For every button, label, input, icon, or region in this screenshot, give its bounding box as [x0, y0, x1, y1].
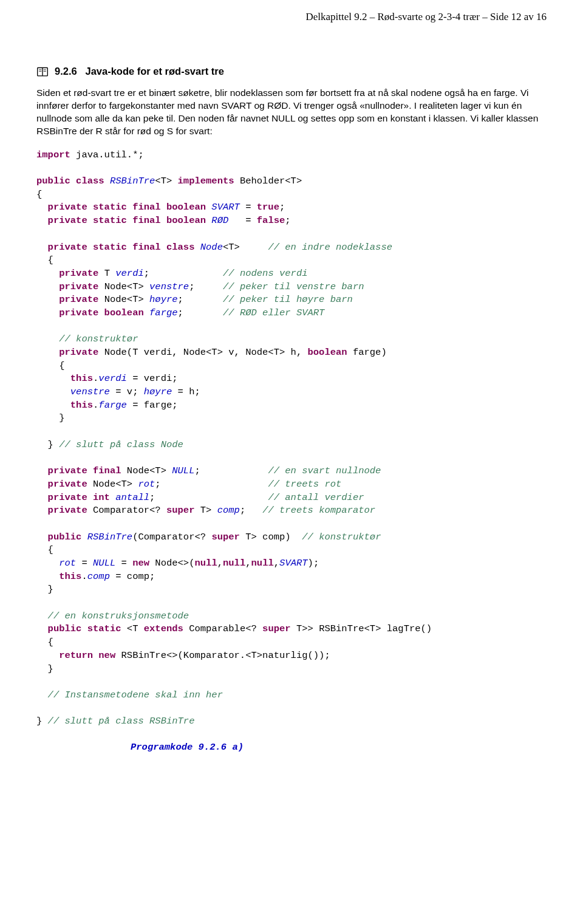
page-header: Delkapittel 9.2 – Rød-svarte og 2-3-4 tr…: [36, 11, 547, 23]
code-block: import java.util.*; public class RSBinTr…: [36, 149, 547, 728]
page: Delkapittel 9.2 – Rød-svarte og 2-3-4 tr…: [0, 0, 583, 777]
page-number: Side 12 av 16: [490, 11, 547, 22]
section-title: 9.2.6 Java-kode for et rød-svart tre: [36, 66, 547, 78]
section-heading: 9.2.6 Java-kode for et rød-svart tre: [55, 66, 224, 77]
paragraph-1: Siden et rød-svart tre er et binært søke…: [36, 87, 547, 138]
kw-public-class: public class: [36, 176, 104, 187]
kw-import: import: [36, 149, 70, 160]
sep: –: [480, 11, 490, 22]
topic-label: Rød-svarte og 2-3-4 trær: [377, 11, 480, 22]
section-name: Java-kode for et rød-svart tre: [85, 66, 223, 77]
code-caption: Programkode 9.2.6 a): [131, 742, 547, 753]
chapter-label: Delkapittel 9.2: [305, 11, 367, 22]
sep: –: [367, 11, 377, 22]
section-number: 9.2.6: [55, 66, 77, 77]
book-icon: [36, 66, 49, 78]
